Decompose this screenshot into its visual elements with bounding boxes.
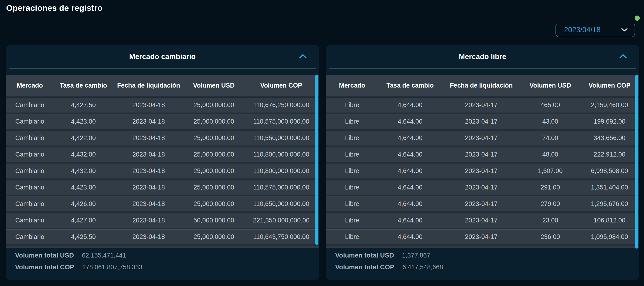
column-header-tasa: Tasa de cambio xyxy=(378,82,442,89)
cell-fecha-de-liquidacion: 2023-04-18 xyxy=(113,151,184,158)
table-body: Cambiario 4,427.50 2023-04-18 25,000,000… xyxy=(6,96,319,244)
table-row: Libre 4,644.00 2023-04-17 23.00 106,812.… xyxy=(326,212,639,228)
cell-volumen-cop: 1,351,404.00 xyxy=(580,184,639,191)
cell-volumen-usd: 291.00 xyxy=(521,184,580,191)
scrollbar-thumb[interactable] xyxy=(635,75,638,248)
clipped-row xyxy=(326,244,639,248)
cell-mercado: Cambiario xyxy=(6,200,54,208)
cell-mercado: Cambiario xyxy=(6,233,54,240)
panel-footer: Volumen total USD 1,377,867 Volumen tota… xyxy=(326,248,639,273)
page-title: Operaciones de registro xyxy=(6,3,103,13)
total-cop-value: 278,061,807,758,333 xyxy=(82,264,142,271)
table-row: Libre 4,644.00 2023-04-17 291.00 1,351,4… xyxy=(326,178,639,195)
cell-fecha-de-liquidacion: 2023-04-18 xyxy=(113,217,184,224)
total-cop-label: Volumen total COP xyxy=(15,264,74,271)
cell-fecha-de-liquidacion: 2023-04-17 xyxy=(442,184,521,191)
panel-header-divider xyxy=(9,68,316,69)
chevron-up-icon xyxy=(619,54,627,60)
cell-volumen-cop: 1,295,676.00 xyxy=(580,200,639,208)
cell-volumen-usd: 23.00 xyxy=(521,217,580,224)
table-body: Libre 4,644.00 2023-04-17 465.00 2,159,4… xyxy=(326,96,639,244)
cell-volumen-usd: 1,507.00 xyxy=(521,167,580,175)
column-header-mercado: Mercado xyxy=(6,82,54,89)
cell-volumen-cop: 110,575,000,000.00 xyxy=(244,184,319,191)
cell-tasa-de-cambio: 4,427.00 xyxy=(54,217,113,224)
total-usd-value: 1,377,867 xyxy=(402,252,430,259)
cell-volumen-usd: 25,000,000.00 xyxy=(184,233,243,240)
cell-mercado: Cambiario xyxy=(6,118,54,125)
title-divider xyxy=(2,18,639,18)
date-select[interactable]: 2023/04/18 xyxy=(556,22,635,37)
cell-volumen-cop: 110,800,000,000.00 xyxy=(244,151,319,158)
collapse-button[interactable] xyxy=(618,52,628,61)
cell-volumen-cop: 343,656.00 xyxy=(580,134,639,142)
table-row: Cambiario 4,432.00 2023-04-18 25,000,000… xyxy=(6,162,319,178)
cell-volumen-cop: 110,650,000,000.00 xyxy=(244,200,319,208)
cell-mercado: Cambiario xyxy=(6,151,54,158)
cell-fecha-de-liquidacion: 2023-04-18 xyxy=(113,233,184,240)
cell-mercado: Cambiario xyxy=(6,184,54,191)
cell-fecha-de-liquidacion: 2023-04-18 xyxy=(113,134,184,142)
cell-volumen-usd: 236.00 xyxy=(521,233,580,240)
cell-fecha-de-liquidacion: 2023-04-17 xyxy=(442,200,521,208)
cell-volumen-cop: 106,812.00 xyxy=(580,217,639,224)
total-usd-value: 62,155,471,441 xyxy=(82,252,126,259)
cell-fecha-de-liquidacion: 2023-04-17 xyxy=(442,102,521,109)
table-row: Cambiario 4,423.00 2023-04-18 25,000,000… xyxy=(6,178,319,195)
panel-title: Mercado cambiario xyxy=(129,52,196,61)
chevron-up-icon xyxy=(299,54,307,60)
cell-mercado: Cambiario xyxy=(6,217,54,224)
table-row: Libre 4,644.00 2023-04-17 236.00 1,095,9… xyxy=(326,228,639,244)
cell-mercado: Cambiario xyxy=(6,167,54,175)
cell-volumen-usd: 279.00 xyxy=(521,200,580,208)
cell-volumen-usd: 43.00 xyxy=(521,118,580,125)
cell-tasa-de-cambio: 4,644.00 xyxy=(378,134,442,142)
panel-header: Mercado cambiario xyxy=(6,45,319,68)
column-header-tasa: Tasa de cambio xyxy=(54,82,113,89)
total-cop-value: 6,417,548,668 xyxy=(402,264,443,271)
cell-mercado: Libre xyxy=(326,233,378,240)
table-row: Libre 4,644.00 2023-04-17 48.00 222,912.… xyxy=(326,146,639,162)
cell-tasa-de-cambio: 4,644.00 xyxy=(378,151,442,158)
cell-mercado: Libre xyxy=(326,102,378,109)
cell-volumen-usd: 25,000,000.00 xyxy=(184,134,243,142)
column-header-mercado: Mercado xyxy=(326,82,378,89)
panel-mercado-cambiario: Mercado cambiario Mercado Tasa de cambio… xyxy=(6,45,319,280)
cell-tasa-de-cambio: 4,644.00 xyxy=(378,118,442,125)
total-usd-label: Volumen total USD xyxy=(335,252,394,259)
cell-fecha-de-liquidacion: 2023-04-18 xyxy=(113,200,184,208)
panel-header-divider xyxy=(329,68,636,69)
panel-mercado-libre: Mercado libre Mercado Tasa de cambio Fec… xyxy=(326,45,639,280)
cell-tasa-de-cambio: 4,423.00 xyxy=(54,118,113,125)
cell-fecha-de-liquidacion: 2023-04-18 xyxy=(113,118,184,125)
table-row: Libre 4,644.00 2023-04-17 43.00 199,692.… xyxy=(326,112,639,129)
collapse-button[interactable] xyxy=(298,52,308,61)
cell-tasa-de-cambio: 4,432.00 xyxy=(54,167,113,175)
cell-volumen-cop: 110,575,000,000.00 xyxy=(244,118,319,125)
cell-mercado: Cambiario xyxy=(6,134,54,142)
column-header-fecha: Fecha de liquidación xyxy=(113,82,184,89)
cell-fecha-de-liquidacion: 2023-04-18 xyxy=(113,167,184,175)
cell-tasa-de-cambio: 4,644.00 xyxy=(378,184,442,191)
cell-fecha-de-liquidacion: 2023-04-18 xyxy=(113,184,184,191)
cell-volumen-cop: 222,912.00 xyxy=(580,151,639,158)
cell-fecha-de-liquidacion: 2023-04-18 xyxy=(113,102,184,109)
cell-mercado: Libre xyxy=(326,184,378,191)
cell-volumen-usd: 25,000,000.00 xyxy=(184,151,243,158)
table-mercado-libre: Mercado Tasa de cambio Fecha de liquidac… xyxy=(326,75,639,248)
cell-volumen-usd: 25,000,000.00 xyxy=(184,102,243,109)
cell-volumen-cop: 110,550,000,000.00 xyxy=(244,134,319,142)
cell-tasa-de-cambio: 4,644.00 xyxy=(378,200,442,208)
cell-mercado: Libre xyxy=(326,134,378,142)
panel-footer: Volumen total USD 62,155,471,441 Volumen… xyxy=(6,248,319,273)
cell-fecha-de-liquidacion: 2023-04-17 xyxy=(442,217,521,224)
table-row: Cambiario 4,422.00 2023-04-18 25,000,000… xyxy=(6,129,319,146)
cell-mercado: Cambiario xyxy=(6,102,54,109)
table-header-row: Mercado Tasa de cambio Fecha de liquidac… xyxy=(326,75,639,96)
column-header-volumen-cop: Volumen COP xyxy=(580,82,639,89)
cell-mercado: Libre xyxy=(326,151,378,158)
scrollbar-thumb[interactable] xyxy=(315,75,318,245)
panel-header: Mercado libre xyxy=(326,45,639,68)
cell-tasa-de-cambio: 4,423.00 xyxy=(54,184,113,191)
cell-fecha-de-liquidacion: 2023-04-17 xyxy=(442,151,521,158)
